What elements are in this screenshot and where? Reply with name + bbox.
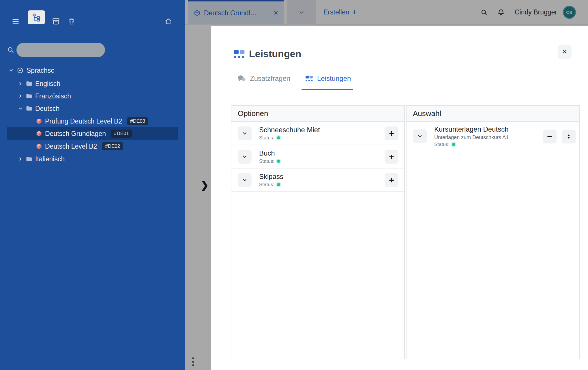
status-label: Status: bbox=[434, 142, 450, 147]
chevron-right-icon[interactable] bbox=[18, 156, 23, 162]
drag-handle-icon[interactable] bbox=[192, 357, 194, 366]
course-code-badge: #DE03 bbox=[127, 117, 148, 125]
expand-option-button[interactable] bbox=[238, 150, 252, 164]
sidebar-divider bbox=[5, 34, 173, 34]
option-row-schneeschuhe: Schneeschuhe Miet Status: + bbox=[231, 122, 404, 145]
tree-item-label: Deutsch Grundlagen bbox=[45, 130, 106, 138]
tree-item-deutsch-grundlagen[interactable]: Deutsch Grundlagen #DE01 bbox=[7, 127, 178, 140]
course-cube-icon bbox=[36, 143, 42, 150]
add-option-button[interactable]: + bbox=[385, 126, 398, 140]
services-icon bbox=[305, 75, 313, 82]
tab-zusatzfragen[interactable]: Zusatzfragen bbox=[237, 72, 290, 85]
option-info: Schneeschuhe Miet Status: bbox=[259, 126, 320, 141]
close-icon[interactable]: ✕ bbox=[558, 45, 572, 59]
tree-item-deutsch-level-b2[interactable]: Deutsch Level B2 #DE02 bbox=[7, 140, 178, 153]
chat-icon bbox=[237, 75, 246, 82]
status-active-dot bbox=[277, 160, 280, 163]
trash-icon[interactable] bbox=[65, 14, 78, 28]
archive-icon[interactable] bbox=[49, 14, 63, 28]
tree-item-label: Italienisch bbox=[35, 155, 65, 163]
option-title: Skipass bbox=[259, 173, 283, 181]
tab-leistungen[interactable]: Leistungen bbox=[305, 72, 351, 85]
chevron-right-icon[interactable] bbox=[18, 94, 23, 99]
tree-item-englisch[interactable]: Englisch bbox=[7, 77, 178, 90]
modal-title: Leistungen bbox=[249, 48, 301, 59]
selection-row-kursunterlagen: Kursunterlagen Deutsch Unterlagen zum De… bbox=[407, 122, 579, 151]
status-label: Status: bbox=[259, 135, 274, 141]
chevron-down-icon[interactable] bbox=[18, 106, 23, 111]
status-row: Status: bbox=[434, 142, 509, 147]
radio-target-icon bbox=[17, 67, 24, 74]
course-cube-icon bbox=[36, 118, 42, 124]
selection-info: Kursunterlagen Deutsch Unterlagen zum De… bbox=[434, 125, 509, 147]
sidebar-tree: Sprachsc Englisch Französisch bbox=[0, 62, 185, 370]
option-row-skipass: Skipass Status: + bbox=[231, 169, 404, 192]
selection-subtitle: Unterlagen zum Deutschkurs A1 bbox=[434, 134, 509, 141]
status-row: Status: bbox=[259, 158, 280, 164]
tree-item-deutsch[interactable]: Deutsch bbox=[7, 102, 178, 115]
sort-selection-button[interactable] bbox=[562, 130, 576, 143]
tab-label: Zusatzfragen bbox=[250, 74, 290, 83]
add-option-button[interactable]: + bbox=[385, 173, 398, 187]
tab-label: Leistungen bbox=[317, 74, 351, 83]
tree-item-italienisch[interactable]: Italienisch bbox=[7, 153, 178, 165]
expand-selection-button[interactable] bbox=[413, 129, 427, 143]
selection-panel: Auswahl Kursunterlagen Deutsch Unterlage… bbox=[406, 105, 580, 359]
folder-icon bbox=[26, 81, 32, 86]
tree-item-label: Prüfung Deutsch Level B2 bbox=[45, 117, 122, 125]
status-active-dot bbox=[277, 183, 280, 186]
tabs-divider bbox=[231, 90, 572, 90]
tree-item-label: Deutsch bbox=[35, 105, 59, 113]
option-info: Buch Status: bbox=[259, 149, 280, 164]
tree-search-input[interactable] bbox=[16, 43, 105, 57]
chevron-down-icon[interactable] bbox=[9, 68, 14, 73]
status-label: Status: bbox=[259, 158, 274, 164]
option-title: Schneeschuhe Miet bbox=[259, 126, 320, 134]
selection-title: Kursunterlagen Deutsch bbox=[434, 125, 509, 133]
folder-icon bbox=[26, 106, 32, 111]
status-label: Status: bbox=[259, 182, 274, 188]
tree-item-label: Sprachsc bbox=[27, 67, 54, 74]
services-icon bbox=[233, 49, 245, 60]
remove-selection-button[interactable]: − bbox=[543, 130, 557, 143]
tree-item-label: Französisch bbox=[35, 92, 71, 100]
app-root: Sprachsc Englisch Französisch bbox=[0, 0, 588, 370]
status-active-dot bbox=[277, 136, 280, 139]
active-tab-underline bbox=[302, 89, 353, 90]
options-panel: Optionen Schneeschuhe Miet Status: + bbox=[231, 105, 405, 359]
sidebar: Sprachsc Englisch Französisch bbox=[0, 0, 185, 370]
option-info: Skipass Status: bbox=[259, 173, 283, 188]
expand-option-button[interactable] bbox=[238, 126, 252, 140]
tree-view-icon[interactable] bbox=[28, 10, 45, 24]
add-option-button[interactable]: + bbox=[385, 150, 398, 164]
home-icon[interactable] bbox=[161, 14, 175, 28]
menu-icon[interactable] bbox=[9, 14, 23, 28]
tree-item-sprachschule[interactable]: Sprachsc bbox=[7, 64, 178, 77]
tree-item-label: Englisch bbox=[35, 80, 60, 88]
status-row: Status: bbox=[259, 135, 320, 141]
tree-item-franzoesisch[interactable]: Französisch bbox=[7, 90, 178, 102]
expand-option-button[interactable] bbox=[238, 173, 252, 187]
search-icon bbox=[7, 46, 14, 55]
option-row-buch: Buch Status: + bbox=[231, 145, 404, 169]
chevron-right-icon[interactable] bbox=[18, 81, 23, 86]
course-code-badge: #DE02 bbox=[102, 142, 123, 150]
option-title: Buch bbox=[259, 149, 280, 157]
tree-item-label: Deutsch Level B2 bbox=[45, 143, 97, 150]
folder-icon bbox=[26, 94, 32, 99]
tree-item-pruefung-deutsch-b2[interactable]: Prüfung Deutsch Level B2 #DE03 bbox=[7, 115, 178, 128]
folder-icon bbox=[26, 156, 32, 162]
selection-panel-header: Auswahl bbox=[407, 106, 579, 122]
options-panel-header: Optionen bbox=[231, 106, 404, 122]
status-active-dot bbox=[452, 143, 455, 146]
course-code-badge: #DE01 bbox=[111, 130, 132, 137]
leistungen-modal: Leistungen ✕ Zusatzfragen bbox=[211, 26, 588, 370]
sidebar-expand-handle[interactable]: ❯ bbox=[201, 180, 209, 190]
status-row: Status: bbox=[259, 182, 283, 188]
course-cube-icon bbox=[36, 130, 42, 137]
